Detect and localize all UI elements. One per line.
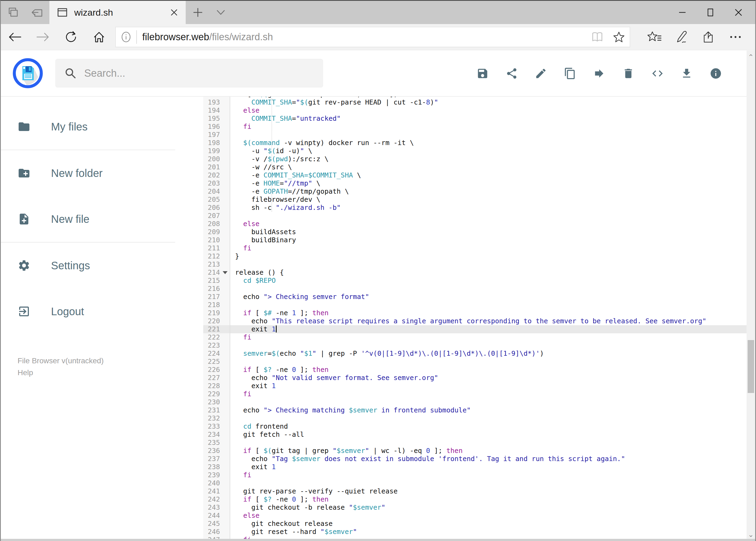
url-text[interactable]: filebrowser.web/files/wizard.sh [142,31,587,43]
site-info-icon[interactable] [116,31,136,43]
code-lines[interactable]: 192if [ "$(git status --porcelain)" = ""… [203,97,747,541]
active-tab[interactable]: wizard.sh [49,1,186,24]
code-text[interactable]: sh -c "./wizard.sh -b" [230,204,341,212]
code-text[interactable] [230,261,235,269]
code-text[interactable]: cd $REPO [230,276,276,285]
restore-tabs-icon[interactable] [25,1,49,24]
code-line[interactable]: 228 exit 1 [203,382,747,390]
code-text[interactable]: git checkout -b release "$semver" [230,503,385,512]
code-line[interactable]: 224 semver=$(echo "$1" | grep -P '^v(0|[… [203,349,747,357]
code-text[interactable]: exit 1 [230,382,276,390]
maximize-icon[interactable] [696,1,724,24]
download-button[interactable] [672,59,701,88]
favorite-star-icon[interactable] [608,31,630,43]
code-text[interactable]: if [ $? -ne 0 ]; then [230,495,329,503]
code-text[interactable]: else [230,106,259,115]
code-text[interactable]: -e COMMIT_SHA=$COMMIT_SHA \ [230,171,361,179]
code-text[interactable]: release () { [230,269,284,276]
code-editor[interactable]: 192if [ "$(git status --porcelain)" = ""… [175,97,755,541]
code-text[interactable]: exit 1 [230,463,276,471]
back-icon[interactable] [1,32,29,42]
sidebar-item-logout[interactable]: Logout [1,288,175,334]
sidebar-item-new-file[interactable]: New file [1,196,175,242]
share-icon[interactable] [695,31,722,43]
code-line[interactable]: 222 fi [203,333,747,341]
fold-gutter[interactable] [221,269,230,276]
code-line[interactable]: 242 if [ $? -ne 0 ]; then [203,495,747,503]
new-tab-button[interactable] [186,1,210,24]
code-line[interactable]: 238 exit 1 [203,463,747,471]
code-text[interactable]: if [ $? -ne 0 ]; then [230,366,329,374]
code-text[interactable]: -u "$(id -u)" \ [230,147,312,155]
more-ellipsis-icon[interactable] [722,35,749,39]
code-line[interactable]: 205 filebrowser/dev \ [203,196,747,204]
code-line[interactable]: 204 -e GOPATH=//tmp/gopath \ [203,188,747,196]
code-line[interactable]: 193 COMMIT_SHA="$(git rev-parse HEAD | c… [203,98,747,106]
code-text[interactable]: filebrowser/dev \ [230,196,320,204]
code-text[interactable]: semver=$(echo "$1" | grep -P '^v(0|[1-9]… [230,349,544,357]
code-text[interactable] [230,212,235,220]
code-line[interactable]: 223 [203,341,747,349]
code-line[interactable]: 240 [203,479,747,487]
code-line[interactable]: 241 git rev-parse --verify --quiet relea… [203,487,747,495]
code-text[interactable]: git fetch --all [230,430,304,439]
favorites-hub-icon[interactable] [641,31,668,43]
code-line[interactable]: 215 cd $REPO [203,276,747,285]
code-text[interactable]: buildAssets [230,228,296,236]
code-line[interactable]: 212} [203,252,747,261]
code-text[interactable]: -v /$(pwd):/src:z \ [230,155,329,163]
code-line[interactable]: 208 else [203,220,747,228]
code-text[interactable] [230,357,235,366]
code-line[interactable]: 239 fi [203,471,747,479]
code-text[interactable]: else [230,220,259,228]
code-line[interactable]: 213 [203,261,747,269]
minimize-icon[interactable] [668,1,696,24]
tab-preview-chevron-icon[interactable] [210,1,232,24]
code-line[interactable]: 229 fi [203,390,747,398]
code-line[interactable]: 220 echo "This release script requires a… [203,317,747,325]
reading-view-icon[interactable] [587,32,608,42]
code-text[interactable]: echo "Tag $semver does not exist in subm… [230,455,625,463]
code-line[interactable]: 219 if [ $# -ne 1 ]; then [203,309,747,317]
code-line[interactable]: 227 echo "Not valid semver format. See s… [203,374,747,382]
code-text[interactable]: echo "Not valid semver format. See semve… [230,374,438,382]
scrollbar-up-icon[interactable]: ⌃ [747,52,755,62]
code-line[interactable]: 216 [203,285,747,293]
code-line[interactable]: 194 else [203,106,747,115]
sidebar-item-new-folder[interactable]: New folder [1,150,175,196]
code-line[interactable]: 209 buildAssets [203,228,747,236]
code-line[interactable]: 206 sh -c "./wizard.sh -b" [203,204,747,212]
code-text[interactable] [230,439,235,447]
code-line[interactable]: 244 else [203,512,747,520]
copy-button[interactable] [556,59,585,88]
code-text[interactable]: git rev-parse --verify --quiet release [230,487,397,495]
close-window-icon[interactable] [724,1,752,24]
search-bar[interactable]: Search... [55,59,323,88]
code-line[interactable]: 210 buildBinary [203,236,747,244]
ink-notes-icon[interactable] [668,31,695,44]
info-button[interactable] [701,59,730,88]
code-text[interactable]: COMMIT_SHA="$(git rev-parse HEAD | cut -… [230,98,438,106]
code-line[interactable]: 232 [203,414,747,422]
sidebar-item-my-files[interactable]: My files [1,104,175,150]
refresh-icon[interactable] [57,31,85,43]
code-line[interactable]: 218 [203,301,747,309]
save-button[interactable] [468,59,497,88]
help-link[interactable]: Help [18,367,175,379]
code-text[interactable]: COMMIT_SHA="untracked" [230,115,341,123]
scrollbar-down-icon[interactable]: ⌄ [747,529,755,540]
code-line[interactable]: 211 fi [203,244,747,252]
code-text[interactable]: fi [230,471,251,479]
fold-arrow-icon[interactable] [223,271,227,274]
code-text[interactable]: cd frontend [230,422,288,430]
scrollbar-thumb[interactable] [748,340,754,393]
code-line[interactable]: 237 echo "Tag $semver does not exist in … [203,455,747,463]
code-line[interactable]: 245 git checkout release [203,520,747,528]
delete-button[interactable] [614,59,643,88]
code-text[interactable] [230,341,235,349]
move-button[interactable] [585,59,614,88]
sidebar-item-settings[interactable]: Settings [1,243,175,288]
code-line[interactable]: 233 cd frontend [203,422,747,430]
code-line[interactable]: 234 git fetch --all [203,430,747,439]
code-line[interactable]: 203 -e HOME="//tmp" \ [203,179,747,188]
